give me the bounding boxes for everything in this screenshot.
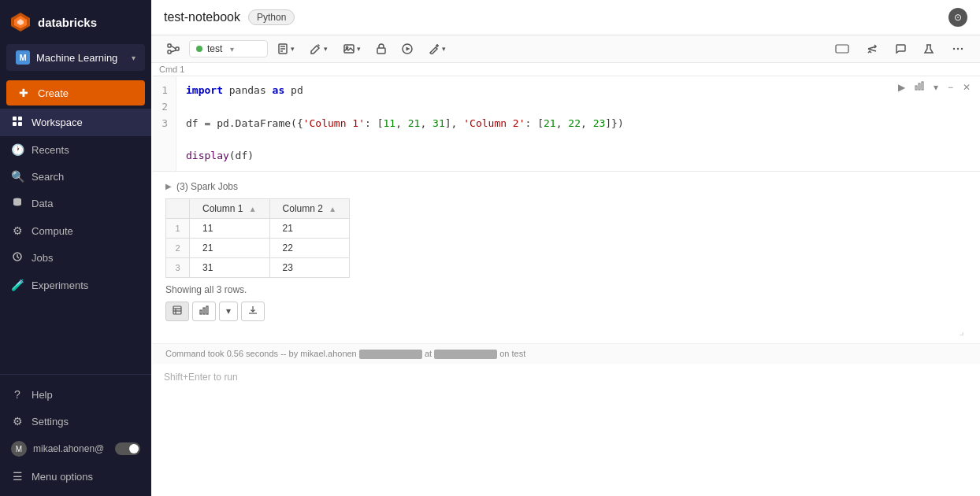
sidebar-item-search[interactable]: 🔍 Search: [0, 163, 151, 190]
showing-rows-label: Showing all 3 rows.: [165, 284, 967, 295]
cell-2-2: 22: [269, 238, 350, 257]
sidebar-item-jobs-label: Jobs: [32, 252, 53, 264]
notebook-toolbar: test ▾ ▾ ▾ ▾: [151, 35, 980, 63]
col-header-2[interactable]: Column 2 ▲: [269, 198, 350, 218]
comment-btn[interactable]: [889, 40, 912, 57]
code-cell: Cmd 1 1 2 3 import pandas as pd df = pd.…: [151, 63, 980, 364]
magic-btn[interactable]: ▾: [422, 40, 452, 57]
cluster-selector[interactable]: test ▾: [189, 40, 268, 57]
sidebar-item-help[interactable]: ? Help: [0, 381, 151, 408]
plus-icon: ✚: [17, 87, 30, 99]
svg-rect-49: [206, 306, 208, 314]
keyboard-btn[interactable]: [829, 41, 856, 57]
cell-expand-btn[interactable]: ▾: [930, 80, 941, 94]
table-view-btn[interactable]: [165, 302, 189, 321]
workspace-selector-icon: M: [16, 50, 30, 65]
chevron-down-icon2: ▾: [324, 45, 328, 53]
sidebar: databricks M Machine Learning ▾ ✚ Create…: [0, 0, 151, 496]
command-at: at: [425, 349, 434, 358]
sidebar-item-compute-label: Compute: [32, 225, 73, 237]
file-btn[interactable]: ▾: [271, 40, 301, 57]
svg-line-12: [171, 46, 176, 49]
svg-rect-47: [200, 310, 202, 314]
cluster-diagram-btn[interactable]: [161, 40, 186, 57]
language-badge[interactable]: Python: [248, 9, 295, 25]
notebook-title: test-notebook: [164, 10, 240, 24]
sidebar-item-recents[interactable]: 🕐 Recents: [0, 136, 151, 163]
cell-minimize-btn[interactable]: −: [945, 80, 956, 94]
redacted-time: [434, 350, 497, 359]
more-btn[interactable]: [945, 40, 971, 57]
download-btn[interactable]: [241, 302, 265, 321]
row-num-2: 2: [166, 238, 190, 257]
svg-rect-10: [168, 50, 171, 54]
code-line-1: import pandas as pd: [186, 83, 971, 99]
svg-rect-41: [919, 83, 920, 90]
sort-icon-1: ▲: [249, 205, 257, 213]
chart-view-btn[interactable]: [192, 302, 216, 321]
svg-rect-11: [176, 47, 179, 50]
workspace-icon: [11, 116, 24, 129]
cluster-dropdown-arrow: ▾: [230, 45, 234, 54]
svg-rect-20: [377, 48, 385, 54]
spark-jobs-row[interactable]: ▶ (3) Spark Jobs: [165, 178, 967, 198]
table-row: 3 31 23: [166, 257, 350, 277]
output-more-btn[interactable]: ▾: [219, 302, 238, 321]
theme-toggle[interactable]: [115, 442, 140, 455]
svg-point-37: [953, 48, 955, 50]
code-area[interactable]: 1 2 3 import pandas as pd df = pd.DataFr…: [153, 76, 980, 172]
notebook-header: test-notebook Python ⊙: [151, 0, 980, 35]
lock-btn[interactable]: [370, 40, 392, 57]
databricks-logo-icon: [9, 11, 32, 33]
sidebar-item-data[interactable]: Data: [0, 190, 151, 217]
run-cell-btn[interactable]: ▶: [895, 80, 908, 94]
table-row: 2 21 22: [166, 238, 350, 257]
image-btn[interactable]: ▾: [337, 40, 367, 57]
sidebar-item-jobs[interactable]: Jobs: [0, 244, 151, 272]
svg-rect-9: [168, 44, 171, 47]
line-num-1: 1: [161, 83, 168, 99]
user-item[interactable]: M mikael.ahonen@: [0, 435, 151, 463]
sidebar-item-workspace[interactable]: Workspace: [0, 109, 151, 136]
notifications-icon[interactable]: ⊙: [948, 8, 967, 27]
sidebar-item-create[interactable]: ✚ Create: [6, 80, 145, 105]
experiments-toolbar-btn[interactable]: [917, 40, 941, 57]
svg-point-38: [957, 48, 959, 50]
sidebar-item-compute[interactable]: ⚙ Compute: [0, 217, 151, 244]
workspace-selector-label: Machine Learning: [36, 52, 125, 64]
col-header-1[interactable]: Column 1 ▲: [190, 198, 270, 218]
cell-close-btn[interactable]: ✕: [960, 80, 974, 94]
sidebar-item-menu-options[interactable]: ☰ Menu options: [0, 463, 151, 490]
row-num-3: 3: [166, 257, 190, 277]
sidebar-nav: ✚ Create Workspace 🕐 Recents 🔍 Search: [0, 74, 151, 374]
data-icon: [11, 197, 24, 210]
workspace-selector[interactable]: M Machine Learning ▾: [6, 44, 145, 71]
code-content[interactable]: import pandas as pd df = pd.DataFrame({'…: [176, 76, 980, 171]
svg-marker-22: [406, 47, 410, 51]
svg-rect-43: [173, 306, 181, 314]
cell-id: Cmd 1: [159, 65, 184, 74]
cell-chart-btn[interactable]: [911, 80, 927, 94]
resize-handle[interactable]: ⌟: [165, 326, 967, 337]
sidebar-item-search-label: Search: [32, 171, 64, 183]
cell-header: Cmd 1: [153, 63, 980, 76]
share-btn[interactable]: [860, 40, 884, 57]
line-num-2: 2: [161, 99, 168, 116]
edit-btn[interactable]: ▾: [304, 40, 334, 57]
spark-jobs-label: (3) Spark Jobs: [176, 181, 238, 192]
cluster-name: test: [207, 43, 222, 54]
username-label: mikael.ahonen@: [33, 443, 109, 454]
cell-1-2: 21: [269, 218, 350, 238]
sidebar-item-settings[interactable]: ⚙ Settings: [0, 408, 151, 435]
sidebar-item-data-label: Data: [32, 198, 53, 209]
sidebar-bottom: ? Help ⚙ Settings M mikael.ahonen@ ☰ Men…: [0, 374, 151, 496]
sidebar-item-workspace-label: Workspace: [32, 117, 83, 128]
cell-3-1: 31: [190, 257, 270, 277]
redacted-email: [359, 350, 422, 359]
empty-cell-hint: Shift+Enter to run: [151, 364, 980, 391]
sidebar-item-help-label: Help: [32, 389, 53, 401]
run-btn[interactable]: [395, 40, 419, 57]
sidebar-item-experiments[interactable]: 🧪 Experiments: [0, 272, 151, 298]
chevron-down-icon: ▾: [291, 45, 295, 53]
clock-icon: 🕐: [11, 143, 24, 156]
